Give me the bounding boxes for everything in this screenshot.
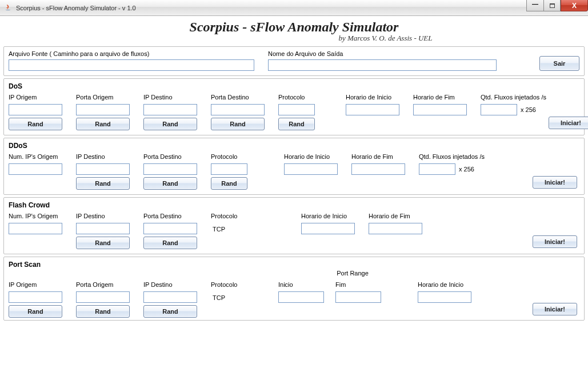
- dos-ip-origem-rand-button[interactable]: Rand: [9, 118, 62, 130]
- dos-protocolo-label: Protocolo: [278, 94, 315, 101]
- fc-porta-destino-input[interactable]: [143, 223, 197, 234]
- dos-horario-inicio-label: Horario de Inicio: [346, 94, 399, 101]
- dos-porta-destino-label: Porta Destino: [211, 94, 265, 101]
- fc-porta-destino-label: Porta Destino: [143, 213, 197, 219]
- ps-porta-origem-label: Porta Origem: [76, 281, 130, 288]
- dos-protocolo-rand-button[interactable]: Rand: [278, 118, 315, 130]
- app-header: Scorpius - sFlow Anomaly Simulator by Ma…: [2, 17, 586, 44]
- ddos-ip-destino-rand-button[interactable]: Rand: [76, 177, 130, 190]
- dos-horario-fim-label: Horario de Fim: [413, 94, 467, 101]
- ddos-horario-inicio-label: Horario de Inicio: [284, 153, 338, 160]
- ddos-protocolo-input[interactable]: [211, 163, 247, 175]
- dos-porta-origem-rand-button[interactable]: Rand: [76, 118, 130, 130]
- dos-porta-origem-input[interactable]: [76, 104, 130, 115]
- ps-ip-destino-rand-button[interactable]: Rand: [143, 305, 197, 318]
- fc-protocolo-value: TCP: [211, 223, 265, 234]
- dos-ip-destino-input[interactable]: [143, 104, 197, 115]
- fc-ip-destino-input[interactable]: [76, 223, 130, 234]
- ddos-ip-destino-input[interactable]: [76, 163, 130, 175]
- dos-porta-origem-label: Porta Origem: [76, 94, 130, 101]
- ddos-num-ips-label: Num. IP's Origem: [9, 153, 62, 160]
- ps-horario-inicio-input[interactable]: [418, 291, 471, 303]
- ps-protocolo-label: Protocolo: [211, 281, 265, 288]
- ps-horario-inicio-label: Horario de Inicio: [418, 281, 471, 288]
- ddos-qtd-fluxos-label: Qtd. Fluxos injetados /s: [419, 153, 485, 160]
- ddos-iniciar-button[interactable]: Iniciar!: [533, 176, 577, 189]
- ddos-num-ips-input[interactable]: [9, 163, 62, 175]
- ddos-porta-destino-input[interactable]: [143, 163, 197, 175]
- dos-horario-inicio-input[interactable]: [346, 104, 399, 115]
- output-file-label: Nome do Arquivo de Saída: [268, 50, 497, 57]
- output-file-input[interactable]: [268, 59, 497, 71]
- ps-porta-origem-rand-button[interactable]: Rand: [76, 305, 130, 318]
- window-close-button[interactable]: X: [561, 0, 588, 11]
- fc-horario-inicio-label: Horario de Inicio: [301, 213, 355, 219]
- dos-x256-label: x 256: [521, 106, 536, 113]
- fc-porta-destino-rand-button[interactable]: Rand: [143, 237, 197, 249]
- fc-num-ips-label: Num. IP's Origem: [9, 213, 62, 219]
- dos-ip-origem-label: IP Origem: [9, 94, 62, 101]
- ps-port-range-label: Port Range: [301, 270, 404, 277]
- app-subtitle: by Marcos V. O. de Assis - UEL: [2, 34, 586, 43]
- source-file-input[interactable]: [9, 59, 254, 71]
- ddos-protocolo-rand-button[interactable]: Rand: [211, 177, 247, 190]
- ps-protocolo-value: TCP: [211, 291, 265, 303]
- fc-ip-destino-label: IP Destino: [76, 213, 130, 219]
- ps-range-fim-label: Fim: [335, 281, 381, 288]
- portscan-panel: Port Scan IP Origem Rand Porta Origem Ra…: [3, 257, 585, 321]
- fc-iniciar-button[interactable]: Iniciar!: [533, 235, 577, 248]
- flashcrowd-panel: Flash Crowd Num. IP's Origem IP Destino …: [3, 197, 585, 254]
- app-title: Scorpius - sFlow Anomaly Simulator: [2, 19, 586, 35]
- portscan-title: Port Scan: [9, 261, 579, 269]
- fc-horario-inicio-input[interactable]: [301, 223, 355, 234]
- fc-protocolo-label: Protocolo: [211, 213, 265, 219]
- ps-ip-destino-input[interactable]: [143, 291, 197, 303]
- ps-range-fim-input[interactable]: [335, 291, 381, 303]
- ps-range-inicio-label: Inicio: [278, 281, 324, 288]
- ddos-horario-fim-label: Horario de Fim: [351, 153, 405, 160]
- ddos-porta-destino-rand-button[interactable]: Rand: [143, 177, 197, 190]
- dos-qtd-fluxos-label: Qtd. Fluxos injetados /s: [481, 94, 546, 101]
- java-icon: [3, 3, 13, 13]
- ddos-horario-fim-input[interactable]: [351, 163, 405, 175]
- ddos-ip-destino-label: IP Destino: [76, 153, 130, 160]
- files-panel: Arquivo Fonte ( Caminho para o arquivo d…: [3, 46, 585, 76]
- ps-ip-origem-input[interactable]: [9, 291, 62, 303]
- dos-ip-origem-input[interactable]: [9, 104, 62, 115]
- dos-porta-destino-input[interactable]: [211, 104, 265, 115]
- ps-iniciar-button[interactable]: Iniciar!: [533, 303, 577, 315]
- ddos-qtd-fluxos-input[interactable]: [419, 163, 455, 175]
- dos-horario-fim-input[interactable]: [413, 104, 467, 115]
- dos-qtd-fluxos-input[interactable]: [481, 104, 517, 115]
- dos-panel: DoS IP Origem Rand Porta Origem Rand IP …: [3, 78, 585, 135]
- exit-button[interactable]: Sair: [539, 56, 579, 71]
- window-minimize-button[interactable]: —: [526, 0, 543, 11]
- ddos-panel: DDoS Num. IP's Origem IP Destino Rand Po…: [3, 138, 585, 195]
- fc-horario-fim-input[interactable]: [369, 223, 422, 234]
- ps-range-inicio-input[interactable]: [278, 291, 324, 303]
- window-maximize-button[interactable]: [543, 0, 561, 11]
- dos-title: DoS: [9, 82, 579, 90]
- ddos-title: DDoS: [9, 142, 579, 150]
- fc-horario-fim-label: Horario de Fim: [369, 213, 422, 219]
- window-title: Scorpius - sFlow Anomaly Simulator - v 1…: [16, 5, 136, 11]
- ddos-protocolo-label: Protocolo: [211, 153, 247, 160]
- dos-iniciar-button[interactable]: Iniciar!: [549, 117, 588, 129]
- fc-ip-destino-rand-button[interactable]: Rand: [76, 237, 130, 249]
- flashcrowd-title: Flash Crowd: [9, 201, 579, 209]
- ddos-porta-destino-label: Porta Destino: [143, 153, 197, 160]
- source-file-label: Arquivo Fonte ( Caminho para o arquivo d…: [9, 50, 254, 57]
- window-titlebar: Scorpius - sFlow Anomaly Simulator - v 1…: [0, 0, 588, 16]
- dos-protocolo-input[interactable]: [278, 104, 315, 115]
- ddos-x256-label: x 256: [459, 166, 474, 173]
- ps-ip-origem-rand-button[interactable]: Rand: [9, 305, 62, 318]
- dos-ip-destino-label: IP Destino: [143, 94, 197, 101]
- fc-num-ips-input[interactable]: [9, 223, 62, 234]
- ps-ip-origem-label: IP Origem: [9, 281, 62, 288]
- ps-porta-origem-input[interactable]: [76, 291, 130, 303]
- dos-ip-destino-rand-button[interactable]: Rand: [143, 118, 197, 130]
- ddos-horario-inicio-input[interactable]: [284, 163, 338, 175]
- dos-porta-destino-rand-button[interactable]: Rand: [211, 118, 265, 130]
- ps-ip-destino-label: IP Destino: [143, 281, 197, 288]
